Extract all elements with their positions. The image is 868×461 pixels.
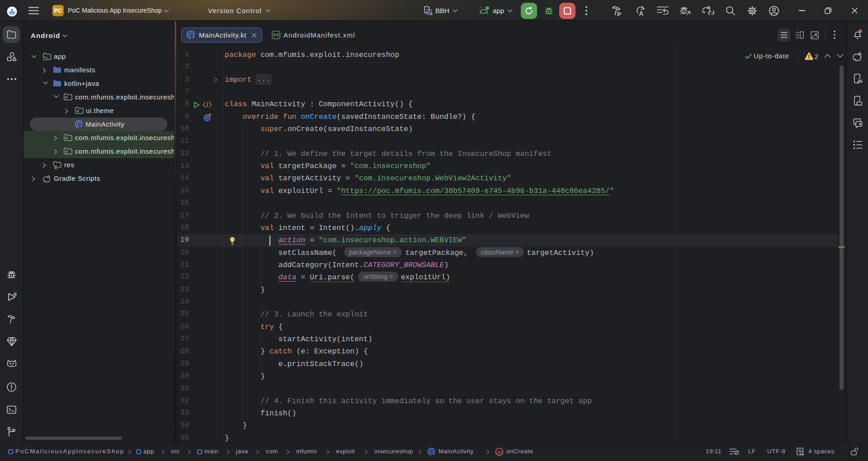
svg-text:m: m bbox=[497, 449, 501, 455]
